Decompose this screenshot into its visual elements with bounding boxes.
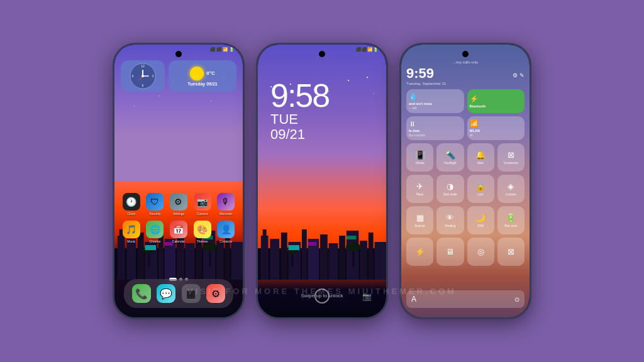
app-row-2: 🎵 Music 🌐 Chrome 📅 Calendar 🎨 (119, 221, 238, 243)
app-settings[interactable]: ⚙ Settings (170, 193, 187, 216)
app-themes[interactable]: 🎨 Themes (194, 221, 211, 243)
cc-screen-record[interactable]: ⊠ (497, 238, 525, 266)
cc-cast[interactable]: 🖥 (436, 238, 464, 266)
status-bar-home: ⬛⬛📶🔋 (114, 47, 243, 52)
app-camera[interactable]: 📷 Camera (194, 193, 211, 216)
svg-rect-39 (320, 234, 328, 280)
weather-widget[interactable]: 0°C Tuesday 09/21 (169, 60, 236, 92)
svg-rect-37 (302, 229, 307, 280)
cc-tile-water[interactable]: 💧 and isn't insta — MB (406, 89, 464, 113)
control-center-panel: ...ncy calls only 9:59 Tuesday, Septembe… (406, 60, 525, 308)
svg-rect-45 (375, 242, 386, 280)
dock-messages[interactable]: 💬 (157, 284, 175, 303)
app-grid: 🕐 Clock 🛡 Security ⚙ Settings 📷 (119, 193, 238, 248)
cc-keyboard-settings-icon[interactable]: ⊙ (514, 296, 519, 303)
app-chrome[interactable]: 🌐 Chrome (146, 221, 164, 243)
cc-plane-icon: ✈ (416, 182, 423, 191)
dock-phone[interactable]: 📞 (132, 284, 151, 303)
cc-battery-icon: 🔋 (506, 213, 516, 222)
cc-small-tiles-row-4: ⚡ 🖥 ◎ ⊠ (406, 238, 525, 266)
cc-focus-icon: ◎ (477, 247, 484, 256)
cc-dnd-icon: 🌙 (475, 213, 486, 222)
punch-hole-3 (462, 51, 469, 57)
app-contacts[interactable]: 👤 Contacts (217, 221, 235, 243)
lock-camera-button[interactable]: 📷 (362, 292, 374, 304)
cc-battery-saver[interactable]: 🔋 Batt saver (497, 206, 525, 234)
dock-apps[interactable]: ▦ (182, 284, 201, 303)
cc-tile-bluetooth[interactable]: ⚡ Bluetooth (467, 89, 525, 113)
fingerprint-button[interactable] (314, 288, 330, 304)
app-calendar[interactable]: 📅 Calendar (170, 221, 187, 243)
weather-sun-icon (190, 67, 204, 80)
cc-power[interactable]: ⚡ (406, 238, 433, 266)
svg-rect-50 (289, 245, 299, 250)
cc-flashlight[interactable]: 🔦 Flashlight (436, 143, 464, 172)
cc-plane[interactable]: ✈ Plane (406, 175, 433, 203)
app-music[interactable]: 🎵 Music (123, 221, 140, 243)
cc-keyboard-A[interactable]: A (411, 295, 416, 304)
cc-mute[interactable]: 🔔 Mute (467, 143, 494, 172)
cc-small-tiles-row-3: ▦ Scanner 👁 Reading 🌙 DND 🔋 (406, 206, 525, 234)
cc-time: 9:59 (406, 65, 434, 81)
lock-hour: 9:58 (270, 79, 329, 112)
clock-widget[interactable]: 12 3 6 9 (121, 60, 165, 92)
cc-darkmode[interactable]: ◑ Dark mode (436, 175, 464, 203)
svg-rect-35 (281, 233, 287, 280)
cc-mute-icon: 🔔 (475, 150, 486, 160)
app-clock[interactable]: 🕐 Clock (123, 193, 140, 216)
cc-bluetooth-icon: ⚡ (470, 95, 523, 103)
svg-text:9: 9 (132, 74, 134, 78)
lock-status-icons: ⬛⬛📶🔋 (356, 47, 379, 52)
clock-face: 12 3 6 9 (130, 63, 156, 89)
cc-vibrate-icon: 📳 (415, 150, 425, 160)
svg-rect-43 (360, 241, 367, 280)
phone-lock: ⬛⬛📶🔋 9:58 TUE 09/21 Swipe up to unlock 📷 (256, 43, 388, 319)
cc-dnd[interactable]: 🌙 DND (467, 206, 494, 234)
dock-settings[interactable]: ⚙ (206, 284, 225, 303)
control-background: ...ncy calls only 9:59 Tuesday, Septembe… (401, 45, 530, 317)
cc-vibrate[interactable]: 📳 Vibrate (406, 143, 433, 172)
status-icons: ⬛⬛📶🔋 (210, 47, 235, 52)
cc-screenshot[interactable]: ⊠ Screenshot (497, 143, 525, 172)
cc-settings-icon[interactable]: ⚙ (513, 72, 518, 79)
cc-reading[interactable]: 👁 Reading (436, 206, 464, 234)
cc-darkmode-icon: ◑ (447, 182, 453, 191)
cc-reading-icon: 👁 (446, 213, 454, 222)
svg-rect-44 (369, 233, 374, 280)
cc-edit-icon[interactable]: ✎ (519, 72, 525, 79)
cc-tiles-row-1: 💧 and isn't insta — MB ⚡ Bluetooth (406, 89, 525, 113)
phones-container: ⬛⬛📶🔋 12 3 6 9 (0, 0, 644, 362)
cc-time-row: 9:59 Tuesday, September 21 ⚙ ✎ (406, 65, 525, 85)
cc-tile-music[interactable]: ⏸ le date Not available (406, 116, 464, 140)
app-security[interactable]: 🛡 Security (146, 193, 164, 216)
cc-status-text: ...ncy calls only (406, 60, 525, 64)
lock-time: 9:58 TUE 09/21 (270, 79, 329, 142)
weather-date: Tuesday 09/21 (187, 82, 217, 86)
cc-tile-wlan[interactable]: 📶 WLAN off (467, 116, 525, 140)
svg-text:3: 3 (152, 74, 154, 78)
cc-scanner[interactable]: ▦ Scanner (406, 206, 433, 234)
status-bar-lock: ⬛⬛📶🔋 (258, 47, 386, 52)
lock-city (258, 217, 386, 280)
cc-wifi-icon: 📶 (470, 119, 523, 128)
cc-water-icon: 💧 (409, 92, 462, 101)
svg-point-30 (142, 75, 144, 77)
cc-header-icons: ⚙ ✎ (513, 72, 525, 79)
cc-location[interactable]: ◈ Location (497, 175, 525, 203)
cc-scanner-icon: ▦ (416, 213, 424, 222)
svg-point-49 (346, 243, 360, 251)
phone-home-screen: ⬛⬛📶🔋 12 3 6 9 (114, 45, 243, 317)
svg-rect-9 (186, 243, 195, 280)
phone-home: ⬛⬛📶🔋 12 3 6 9 (113, 43, 245, 319)
cc-tiles-row-2: ⏸ le date Not available 📶 WLAN off (406, 116, 525, 140)
cc-keyboard-bar[interactable]: A ⊙ (406, 290, 525, 308)
cc-focus[interactable]: ◎ (467, 238, 494, 266)
phone-control: ...ncy calls only 9:59 Tuesday, Septembe… (399, 43, 531, 319)
app-recorder[interactable]: 🎙 Recorder (217, 193, 235, 216)
svg-rect-33 (263, 229, 267, 280)
phone-lock-screen: ⬛⬛📶🔋 9:58 TUE 09/21 Swipe up to unlock 📷 (258, 45, 386, 317)
cc-lockscreen[interactable]: 🔒 Lock (467, 175, 494, 203)
dock: 📞 💬 ▦ ⚙ (124, 279, 233, 308)
svg-rect-41 (339, 236, 345, 280)
cc-small-tiles-row-1: 📳 Vibrate 🔦 Flashlight 🔔 Mute ⊠ (406, 143, 525, 172)
